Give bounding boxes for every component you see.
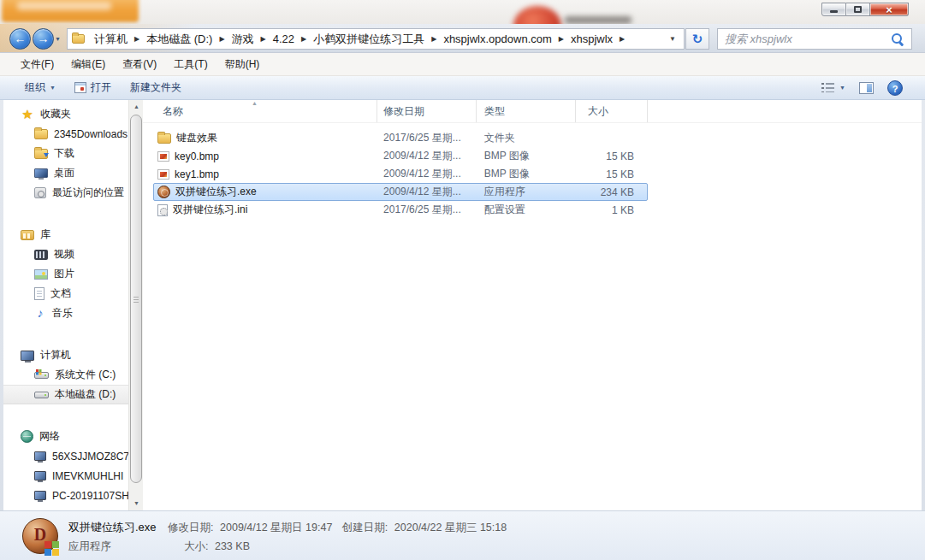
menu-bar: 文件(F) 编辑(E) 查看(V) 工具(T) 帮助(H) (0, 53, 925, 76)
breadcrumb-chevron-icon[interactable]: ▶ (617, 35, 627, 43)
sidebar-section-libraries[interactable]: 库 (3, 225, 128, 245)
minimize-button[interactable] (821, 3, 846, 16)
close-button[interactable]: × (870, 3, 909, 16)
file-name: 双拼键位练习.exe (175, 185, 257, 199)
breadcrumb-item[interactable]: 本地磁盘 (D:) (142, 32, 216, 47)
breadcrumb-item[interactable]: 小鹤双拼键位练习工具 (309, 32, 429, 47)
sidebar-item-recent-places[interactable]: 最近访问的位置 (3, 183, 128, 203)
file-row[interactable]: 双拼键位练习.ini 2017/6/25 星期... 配置设置 1 KB (153, 201, 648, 219)
sidebar-item-drive-c[interactable]: 系统文件 (C:) (3, 365, 128, 385)
size-label: 大小: (184, 540, 208, 552)
sidebar-item-network-pc-1[interactable]: 56XSJJMOZ8C7 (3, 446, 128, 466)
bmp-image-icon (157, 169, 169, 180)
search-box (717, 28, 912, 50)
sidebar-item-videos[interactable]: 视频 (3, 245, 128, 264)
breadcrumb-chevron-icon[interactable]: ▶ (299, 35, 309, 43)
navigation-pane: 收藏夹 2345Downloads 下载 桌面 最近访问的位置 库 (3, 100, 128, 510)
details-size: 大小: 233 KB (184, 539, 255, 554)
organize-button[interactable]: 组织 ▼ (15, 76, 65, 99)
column-header-name[interactable]: 名称 (143, 100, 377, 122)
details-file-name: 双拼键位练习.exe (68, 521, 157, 533)
titlebar: × (0, 0, 925, 24)
breadcrumb-chevron-icon[interactable]: ▶ (556, 35, 566, 43)
column-header-type[interactable]: 类型 (477, 100, 576, 122)
sidebar-item-label: 文档 (50, 286, 71, 301)
system-drive-icon (34, 372, 49, 379)
toolbar-right-group: ▼ ? (821, 80, 903, 96)
menu-file[interactable]: 文件(F) (12, 54, 62, 75)
sidebar-item-desktop[interactable]: 桌面 (3, 163, 128, 183)
sidebar-item-music[interactable]: 音乐 (3, 304, 128, 323)
address-bar[interactable]: 计算机 ▶ 本地磁盘 (D:) ▶ 游戏 ▶ 4.22 ▶ 小鹤双拼键位练习工具… (67, 28, 685, 50)
sidebar-item-network-pc-2[interactable]: IMEVKMUHLHI (3, 466, 128, 486)
background-browser-icon (513, 6, 561, 24)
sidebar-section-network[interactable]: 网络 (3, 427, 128, 446)
menu-tools[interactable]: 工具(T) (165, 54, 216, 75)
sidebar-scrollbar[interactable]: ▲ ▼ (128, 100, 143, 510)
breadcrumb-item[interactable]: 计算机 (90, 32, 132, 47)
preview-pane-button[interactable] (859, 82, 874, 94)
sidebar-item-label: PC-20191107SH (52, 490, 128, 502)
sidebar-item-drive-d[interactable]: 本地磁盘 (D:) (3, 385, 128, 404)
sidebar-item-label: IMEVKMUHLHI (52, 470, 123, 482)
column-header-size[interactable]: 大小 (576, 100, 648, 122)
change-view-button[interactable]: ▼ (821, 82, 845, 93)
views-icon (821, 82, 834, 93)
menu-help[interactable]: 帮助(H) (216, 54, 269, 75)
scroll-down-icon[interactable]: ▼ (129, 497, 144, 510)
file-date: 2017/6/25 星期... (377, 203, 477, 217)
maximize-button[interactable] (846, 3, 870, 16)
menu-view[interactable]: 查看(V) (114, 54, 165, 75)
scrollbar-thumb[interactable] (130, 115, 142, 483)
sidebar-section-label: 库 (40, 227, 50, 242)
file-row[interactable]: key1.bmp 2009/4/12 星期... BMP 图像 15 KB (153, 165, 648, 183)
forward-arrow-icon: → (38, 32, 50, 45)
breadcrumb-item[interactable]: 游戏 (228, 32, 258, 47)
scroll-up-icon[interactable]: ▲ (129, 100, 144, 114)
menu-edit[interactable]: 编辑(E) (62, 54, 114, 75)
new-folder-button[interactable]: 新建文件夹 (121, 76, 191, 99)
sidebar-item-documents[interactable]: 文档 (3, 284, 128, 304)
breadcrumb-chevron-icon[interactable]: ▶ (216, 35, 227, 43)
file-type: 配置设置 (477, 203, 576, 217)
explorer-window: { "colors": { "selection-border": "#84ac… (0, 0, 925, 560)
breadcrumb-item[interactable]: xhspjwlx (566, 32, 617, 45)
forward-button[interactable]: → (33, 28, 54, 50)
sidebar-item-downloads[interactable]: 下载 (3, 144, 128, 163)
file-row-selected[interactable]: 双拼键位练习.exe 2009/4/12 星期... 应用程序 234 KB (153, 183, 648, 201)
sidebar-section-label: 计算机 (40, 348, 71, 363)
sidebar-item-pictures[interactable]: 图片 (3, 264, 128, 284)
ini-config-icon (157, 204, 168, 216)
file-type: BMP 图像 (477, 149, 576, 163)
file-size: 15 KB (575, 168, 647, 180)
help-button[interactable]: ? (887, 80, 903, 96)
column-header-date[interactable]: 修改日期 (377, 100, 477, 122)
file-row[interactable]: 键盘效果 2017/6/25 星期... 文件夹 (153, 129, 648, 147)
search-input[interactable] (718, 32, 891, 45)
computer-icon (21, 351, 34, 361)
breadcrumb-item[interactable]: 4.22 (269, 32, 299, 45)
created-date-label: 创建日期: (342, 522, 388, 533)
back-arrow-icon: ← (15, 32, 27, 45)
command-toolbar: 组织 ▼ 打开 新建文件夹 ▼ ? (0, 76, 925, 100)
file-type: BMP 图像 (477, 167, 576, 181)
file-row[interactable]: key0.bmp 2009/4/12 星期... BMP 图像 15 KB (153, 147, 648, 165)
back-button[interactable]: ← (9, 28, 31, 50)
breadcrumb-chevron-icon[interactable]: ▶ (429, 35, 439, 43)
open-button[interactable]: 打开 (65, 76, 121, 99)
sidebar-item-label: 音乐 (52, 306, 73, 321)
address-history-dropdown[interactable]: ▼ (669, 35, 684, 43)
sidebar-section-computer[interactable]: 计算机 (3, 345, 128, 365)
scrollbar-grip (133, 297, 139, 303)
breadcrumb-item[interactable]: xhspjwlx.opdown.com (439, 32, 555, 45)
network-globe-icon (21, 430, 33, 443)
recent-pages-dropdown[interactable]: ▼ (55, 36, 61, 42)
sidebar-section-favorites[interactable]: 收藏夹 (3, 104, 128, 124)
sidebar-item-2345downloads[interactable]: 2345Downloads (3, 124, 128, 144)
picture-icon (34, 269, 48, 280)
drive-icon (34, 392, 49, 398)
breadcrumb-chevron-icon[interactable]: ▶ (132, 35, 142, 43)
breadcrumb-chevron-icon[interactable]: ▶ (258, 35, 269, 43)
sidebar-item-network-pc-3[interactable]: PC-20191107SH (3, 486, 128, 505)
refresh-button[interactable]: ↻ (685, 28, 709, 50)
